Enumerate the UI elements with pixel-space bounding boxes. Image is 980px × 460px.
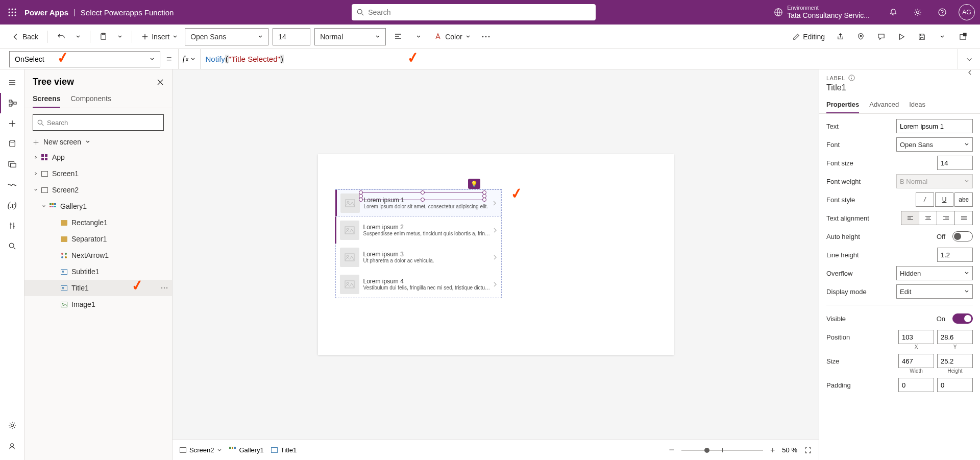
share-icon[interactable] bbox=[832, 29, 848, 45]
tab-properties[interactable]: Properties bbox=[826, 96, 859, 113]
tree-search[interactable] bbox=[33, 114, 164, 131]
padding-a-input[interactable] bbox=[898, 378, 934, 392]
node-more-icon[interactable] bbox=[161, 287, 168, 289]
undo-button[interactable] bbox=[54, 29, 68, 45]
tree-node-nextarrow1[interactable]: NextArrow1 bbox=[24, 247, 172, 263]
prop-fontsize-input[interactable] bbox=[937, 156, 973, 170]
save-split-button[interactable] bbox=[934, 29, 950, 45]
chevron-right-icon[interactable] bbox=[493, 227, 497, 233]
prop-displaymode-dropdown[interactable]: Edit bbox=[896, 284, 973, 299]
zoom-slider[interactable] bbox=[681, 450, 763, 451]
comments-icon[interactable] bbox=[873, 29, 889, 45]
tree-search-input[interactable] bbox=[47, 119, 159, 127]
align-left-button[interactable] bbox=[901, 211, 919, 225]
ask-icon[interactable] bbox=[0, 435, 24, 456]
search-input[interactable] bbox=[368, 8, 591, 16]
breadcrumb-screen2[interactable]: Screen2 bbox=[180, 446, 222, 454]
fx-button[interactable]: fx bbox=[178, 49, 201, 69]
size-w-input[interactable] bbox=[898, 354, 934, 368]
zoom-in-button[interactable]: + bbox=[770, 446, 775, 455]
prop-fontweight-dropdown[interactable]: B Normal bbox=[896, 174, 973, 188]
prop-font-dropdown[interactable]: Open Sans bbox=[896, 137, 973, 152]
property-dropdown[interactable]: OnSelect bbox=[9, 51, 160, 67]
align-split-button[interactable] bbox=[410, 29, 427, 45]
media-icon[interactable] bbox=[0, 154, 24, 175]
gallery-row[interactable]: Lorem ipsum 3Ut pharetra a dolor ac vehi… bbox=[336, 244, 501, 271]
tools-icon[interactable] bbox=[0, 215, 24, 236]
tree-node-title1[interactable]: Title1 bbox=[24, 280, 172, 296]
avatar[interactable]: AG bbox=[959, 4, 975, 20]
chevron-right-icon[interactable] bbox=[493, 281, 497, 287]
gallery-row[interactable]: Lorem ipsum 4Vestibulum dui felis, fring… bbox=[336, 271, 501, 298]
publish-icon[interactable] bbox=[954, 29, 971, 45]
save-icon[interactable] bbox=[914, 29, 930, 45]
tree-node-image1[interactable]: Image1 bbox=[24, 296, 172, 312]
variables-icon[interactable]: (𝑥) bbox=[0, 195, 24, 215]
waffle-icon[interactable] bbox=[0, 8, 24, 16]
insert-button[interactable]: Insert bbox=[138, 29, 181, 45]
checker-icon[interactable] bbox=[852, 29, 869, 45]
breadcrumb-gallery1[interactable]: Gallery1 bbox=[229, 446, 263, 454]
prop-text-input[interactable] bbox=[896, 119, 973, 133]
gallery-row[interactable]: Lorem ipsum 2Suspendisse enim metus, tin… bbox=[336, 216, 501, 244]
tab-ideas[interactable]: Ideas bbox=[909, 96, 925, 113]
editing-button[interactable]: Editing bbox=[790, 29, 828, 45]
gallery-row[interactable]: Lorem ipsum 1 Lorem ipsum dolor sit amet… bbox=[336, 189, 501, 216]
tree-node-screen2[interactable]: Screen2 bbox=[24, 182, 172, 198]
tab-components[interactable]: Components bbox=[70, 90, 111, 108]
align-justify-button[interactable] bbox=[954, 211, 973, 225]
flows-icon[interactable] bbox=[0, 175, 24, 195]
control-name[interactable]: Title1 bbox=[826, 81, 973, 96]
padding-b-input[interactable] bbox=[937, 378, 973, 392]
prop-lineheight-input[interactable] bbox=[937, 248, 973, 262]
tree-node-screen1[interactable]: Screen1 bbox=[24, 165, 172, 182]
color-button[interactable]: Color bbox=[431, 29, 473, 45]
strike-button[interactable]: abc bbox=[954, 192, 973, 207]
breadcrumb-title1[interactable]: Title1 bbox=[271, 446, 297, 454]
brand-label[interactable]: Power Apps bbox=[24, 8, 68, 17]
paste-button[interactable] bbox=[96, 29, 110, 45]
global-search[interactable] bbox=[352, 4, 596, 20]
hamburger-icon[interactable] bbox=[0, 72, 24, 93]
notifications-icon[interactable] bbox=[882, 0, 904, 25]
autoheight-toggle[interactable] bbox=[952, 231, 973, 241]
tree-node-gallery1[interactable]: Gallery1 bbox=[24, 198, 172, 214]
position-y-input[interactable] bbox=[937, 330, 973, 344]
tree-node-rectangle1[interactable]: Rectangle1 bbox=[24, 214, 172, 231]
back-button[interactable]: Back bbox=[9, 29, 41, 45]
new-screen-button[interactable]: New screen bbox=[24, 135, 172, 149]
visible-toggle[interactable] bbox=[952, 313, 973, 324]
align-right-button[interactable] bbox=[937, 211, 955, 225]
undo-split-button[interactable] bbox=[72, 29, 84, 45]
fit-screen-icon[interactable] bbox=[804, 447, 812, 454]
prop-overflow-dropdown[interactable]: Hidden bbox=[896, 266, 973, 280]
italic-button[interactable]: / bbox=[916, 192, 934, 207]
info-icon[interactable] bbox=[848, 75, 855, 81]
tab-screens[interactable]: Screens bbox=[33, 90, 60, 108]
gallery-control[interactable]: Lorem ipsum 1 Lorem ipsum dolor sit amet… bbox=[335, 189, 502, 298]
treeview-icon[interactable] bbox=[0, 93, 24, 113]
tree-node-subtitle1[interactable]: Subtitle1 bbox=[24, 263, 172, 280]
more-icon[interactable] bbox=[478, 29, 494, 45]
chevron-right-icon[interactable] bbox=[493, 254, 497, 260]
underline-button[interactable]: U bbox=[935, 192, 953, 207]
tree-node-separator1[interactable]: Separator1 bbox=[24, 231, 172, 247]
gallery-title[interactable]: Lorem ipsum 1 bbox=[364, 197, 493, 204]
lightbulb-hint-icon[interactable]: 💡 bbox=[468, 179, 480, 189]
settings-icon[interactable] bbox=[906, 0, 929, 25]
position-x-input[interactable] bbox=[898, 330, 934, 344]
formula-input[interactable]: Notify("Title Selected") bbox=[201, 55, 958, 64]
paste-split-button[interactable] bbox=[114, 29, 126, 45]
help-icon[interactable] bbox=[931, 0, 953, 25]
env-value[interactable]: Tata Consultancy Servic... bbox=[787, 11, 870, 20]
search-rail-icon[interactable] bbox=[0, 236, 24, 256]
close-icon[interactable] bbox=[157, 79, 164, 86]
font-dropdown[interactable]: Open Sans bbox=[185, 28, 268, 45]
align-center-button[interactable] bbox=[919, 211, 937, 225]
zoom-out-button[interactable]: − bbox=[669, 445, 675, 455]
data-icon[interactable] bbox=[0, 134, 24, 154]
settings-rail-icon[interactable] bbox=[0, 415, 24, 435]
panel-expand-icon[interactable] bbox=[968, 69, 973, 76]
play-icon[interactable] bbox=[893, 29, 910, 45]
fontweight-dropdown[interactable]: Normal bbox=[314, 28, 386, 45]
